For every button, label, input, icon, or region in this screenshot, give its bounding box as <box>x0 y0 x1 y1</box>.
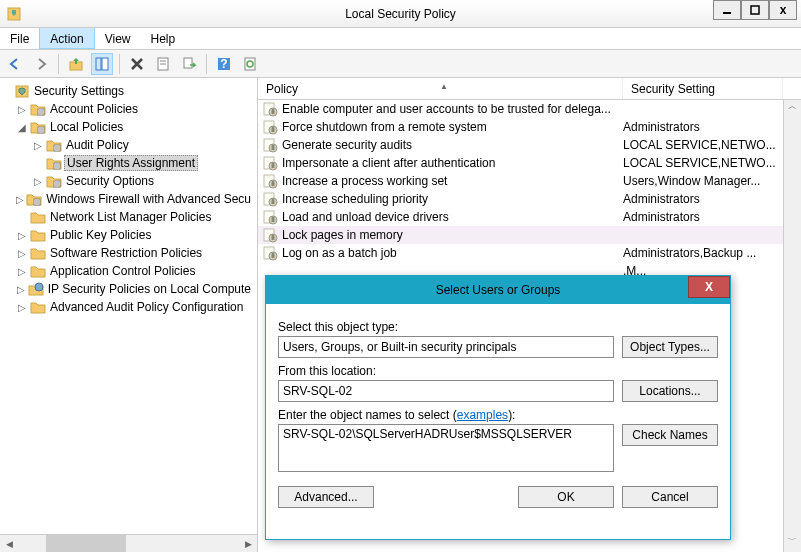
policy-row[interactable]: Generate security auditsLOCAL SERVICE,NE… <box>258 136 801 154</box>
tree-label: Local Policies <box>48 120 125 134</box>
back-button[interactable] <box>4 53 26 75</box>
folder-icon <box>26 191 42 207</box>
up-button[interactable] <box>65 53 87 75</box>
tree-item[interactable]: Network List Manager Policies <box>0 208 257 226</box>
expander-icon[interactable]: ▷ <box>32 140 44 151</box>
policy-icon <box>262 119 278 135</box>
policy-setting: Administrators,Backup ... <box>623 246 783 260</box>
folder-icon <box>46 155 62 171</box>
tree-label: User Rights Assignment <box>64 155 198 171</box>
tree-item[interactable]: ▷Account Policies <box>0 100 257 118</box>
tree-item[interactable]: ▷Public Key Policies <box>0 226 257 244</box>
policy-row[interactable]: Load and unload device driversAdministra… <box>258 208 801 226</box>
tree-item[interactable]: ▷Application Control Policies <box>0 262 257 280</box>
tree-item[interactable]: ▷Audit Policy <box>0 136 257 154</box>
help-button[interactable]: ? <box>213 53 235 75</box>
svg-rect-27 <box>54 181 60 187</box>
folder-icon <box>30 299 46 315</box>
svg-rect-54 <box>272 183 275 186</box>
tree-root[interactable]: Security Settings <box>0 82 257 100</box>
menu-file[interactable]: File <box>0 28 39 49</box>
svg-rect-21 <box>54 145 60 151</box>
examples-link[interactable]: examples <box>457 408 508 422</box>
policy-name: Force shutdown from a remote system <box>282 120 623 134</box>
policy-icon <box>262 209 278 225</box>
tree-item[interactable]: ▷Windows Firewall with Advanced Secu <box>0 190 257 208</box>
minimize-button[interactable] <box>713 0 741 20</box>
names-label: Enter the object names to select (exampl… <box>278 408 718 422</box>
cancel-button[interactable]: Cancel <box>622 486 718 508</box>
object-type-field <box>278 336 614 358</box>
expander-icon[interactable]: ▷ <box>16 248 28 259</box>
show-hide-tree-button[interactable] <box>91 53 113 75</box>
policy-setting: Administrators <box>623 192 783 206</box>
advanced-button[interactable]: Advanced... <box>278 486 374 508</box>
policy-row[interactable]: Lock pages in memory <box>258 226 801 244</box>
svg-rect-9 <box>184 58 192 68</box>
expander-icon[interactable]: ▷ <box>16 194 24 205</box>
maximize-button[interactable] <box>741 0 769 20</box>
policy-name: Log on as a batch job <box>282 246 623 260</box>
folder-icon <box>30 119 46 135</box>
close-button[interactable]: x <box>769 0 797 20</box>
menu-help[interactable]: Help <box>141 28 186 49</box>
tree-label: Software Restriction Policies <box>48 246 204 260</box>
policy-icon <box>262 137 278 153</box>
tree-item[interactable]: User Rights Assignment <box>0 154 257 172</box>
list-v-scrollbar[interactable]: ︿﹀ <box>783 100 801 552</box>
tree-item[interactable]: ◢Local Policies <box>0 118 257 136</box>
tree-item[interactable]: ▷Advanced Audit Policy Configuration <box>0 298 257 316</box>
policy-setting: Administrators <box>623 120 783 134</box>
column-security-setting[interactable]: Security Setting <box>623 78 783 99</box>
policy-row[interactable]: Force shutdown from a remote systemAdmin… <box>258 118 801 136</box>
policy-row[interactable]: Increase a process working setUsers,Wind… <box>258 172 801 190</box>
policy-icon <box>262 155 278 171</box>
policy-icon <box>262 173 278 189</box>
tree-item[interactable]: ▷Software Restriction Policies <box>0 244 257 262</box>
svg-rect-46 <box>272 147 275 150</box>
object-names-input[interactable] <box>278 424 614 472</box>
list-header: Policy▲ Security Setting <box>258 78 801 100</box>
forward-button[interactable] <box>30 53 52 75</box>
folder-icon <box>30 263 46 279</box>
location-label: From this location: <box>278 364 718 378</box>
expander-icon[interactable]: ◢ <box>16 122 28 133</box>
expander-icon[interactable]: ▷ <box>16 104 28 115</box>
svg-rect-70 <box>272 255 275 258</box>
svg-rect-66 <box>272 237 275 240</box>
locations-button[interactable]: Locations... <box>622 380 718 402</box>
tree-h-scrollbar[interactable]: ◀▶ <box>0 534 257 552</box>
tree-label: Account Policies <box>48 102 140 116</box>
policy-row[interactable]: Enable computer and user accounts to be … <box>258 100 801 118</box>
folder-icon <box>30 101 46 117</box>
dialog-close-button[interactable]: X <box>688 276 730 298</box>
tree-label: Security Options <box>64 174 156 188</box>
policy-row[interactable]: Increase scheduling priorityAdministrato… <box>258 190 801 208</box>
menu-action[interactable]: Action <box>39 27 94 49</box>
expander-icon[interactable]: ▷ <box>32 176 44 187</box>
svg-rect-58 <box>272 201 275 204</box>
object-types-button[interactable]: Object Types... <box>622 336 718 358</box>
svg-rect-42 <box>272 129 275 132</box>
menu-view[interactable]: View <box>95 28 141 49</box>
policy-setting: Users,Window Manager... <box>623 174 783 188</box>
refresh-button[interactable] <box>239 53 261 75</box>
tree-item[interactable]: ▷Security Options <box>0 172 257 190</box>
policy-name: Lock pages in memory <box>282 228 623 242</box>
expander-icon[interactable]: ▷ <box>16 230 28 241</box>
ok-button[interactable]: OK <box>518 486 614 508</box>
export-button[interactable] <box>178 53 200 75</box>
policy-row[interactable]: Log on as a batch jobAdministrators,Back… <box>258 244 801 262</box>
tree-label: Audit Policy <box>64 138 131 152</box>
delete-button[interactable] <box>126 53 148 75</box>
column-policy[interactable]: Policy▲ <box>258 78 623 99</box>
expander-icon[interactable]: ▷ <box>16 302 28 313</box>
folder-icon <box>46 137 62 153</box>
expander-icon[interactable]: ▷ <box>16 284 26 295</box>
check-names-button[interactable]: Check Names <box>622 424 718 446</box>
properties-button[interactable] <box>152 53 174 75</box>
expander-icon[interactable]: ▷ <box>16 266 28 277</box>
tree-item[interactable]: ▷IP Security Policies on Local Compute <box>0 280 257 298</box>
svg-rect-4 <box>96 58 101 70</box>
policy-row[interactable]: Impersonate a client after authenticatio… <box>258 154 801 172</box>
